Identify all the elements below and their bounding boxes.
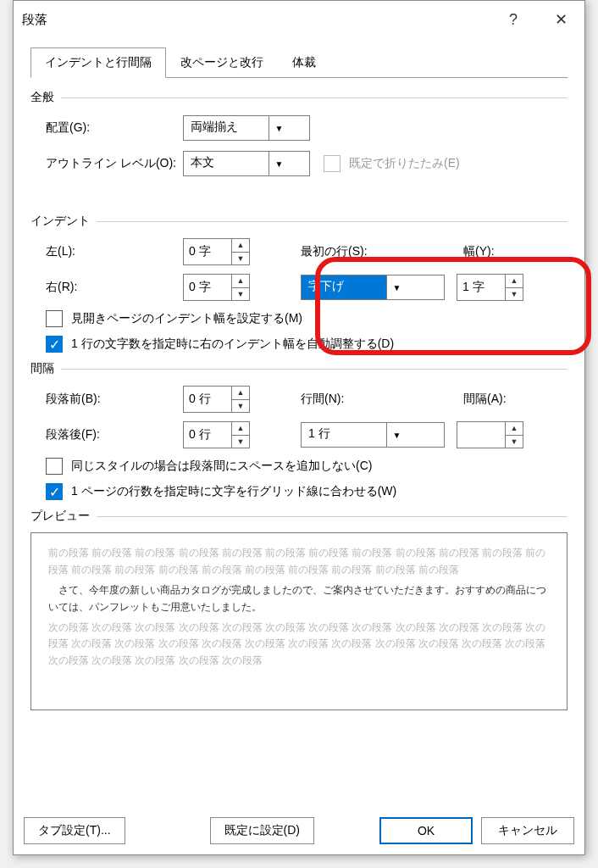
group-preview: プレビュー — [30, 509, 568, 524]
spin-down-icon[interactable]: ▼ — [232, 253, 249, 265]
group-spacing: 間隔 — [30, 361, 568, 376]
tab-strip: インデントと行間隔 改ページと改行 体裁 — [30, 47, 568, 78]
tab-indent-spacing[interactable]: インデントと行間隔 — [30, 47, 166, 78]
spin-up-icon[interactable]: ▲ — [506, 275, 523, 288]
titlebar: 段落 ? ✕ — [14, 1, 584, 38]
no-space-same-style-checkbox[interactable] — [46, 458, 63, 475]
after-input[interactable]: ▲▼ — [183, 421, 250, 448]
spin-down-icon[interactable]: ▼ — [506, 436, 523, 448]
chevron-down-icon: ▼ — [269, 116, 289, 140]
chevron-down-icon: ▼ — [386, 275, 407, 299]
group-indent: インデント — [30, 214, 568, 229]
tab-page-break[interactable]: 改ページと改行 — [166, 47, 278, 78]
close-button[interactable]: ✕ — [537, 1, 584, 38]
indent-left-label: 左(L): — [30, 244, 183, 259]
spin-down-icon[interactable]: ▼ — [232, 436, 249, 448]
mirror-indent-label: 見開きページのインデント幅を設定する(M) — [71, 311, 302, 326]
outline-level-select[interactable]: 本文 ▼ — [183, 151, 310, 176]
dialog-title: 段落 — [22, 12, 47, 28]
preview-before: 前の段落 前の段落 前の段落 前の段落 前の段落 前の段落 前の段落 前の段落 … — [48, 545, 550, 578]
tab-layout[interactable]: 体裁 — [278, 47, 330, 78]
ok-button[interactable]: OK — [379, 817, 473, 844]
snap-grid-label: 1 ページの行数を指定時に文字を行グリッド線に合わせる(W) — [71, 484, 396, 499]
auto-adjust-label: 1 行の文字数を指定時に右のインデント幅を自動調整する(D) — [71, 337, 394, 352]
preview-sample: さて、今年度の新しい商品カタログが完成しましたので、ご案内させていただきます。お… — [48, 581, 550, 616]
spin-up-icon[interactable]: ▲ — [506, 422, 523, 436]
no-space-same-style-label: 同じスタイルの場合は段落間にスペースを追加しない(C) — [71, 459, 372, 474]
indent-left-input[interactable]: ▲▼ — [183, 238, 250, 265]
spin-up-icon[interactable]: ▲ — [232, 387, 249, 400]
outline-level-label: アウトライン レベル(O): — [30, 156, 183, 171]
tabs-button[interactable]: タブ設定(T)... — [24, 817, 125, 844]
line-spacing-label: 行間(N): — [301, 392, 453, 407]
spin-down-icon[interactable]: ▼ — [506, 288, 523, 301]
preview-pane: 前の段落 前の段落 前の段落 前の段落 前の段落 前の段落 前の段落 前の段落 … — [30, 532, 568, 710]
indent-right-input[interactable]: ▲▼ — [183, 274, 250, 301]
mirror-indent-checkbox[interactable] — [46, 310, 63, 327]
collapsed-checkbox — [324, 155, 341, 172]
group-general: 全般 — [30, 90, 568, 105]
indent-right-label: 右(R): — [30, 280, 183, 295]
before-input[interactable]: ▲▼ — [183, 386, 250, 413]
alignment-label: 配置(G): — [30, 120, 183, 136]
firstline-label: 最初の行(S): — [301, 244, 453, 259]
paragraph-dialog: 段落 ? ✕ インデントと行間隔 改ページと改行 体裁 全般 配置(G): 両端… — [13, 0, 585, 855]
help-button[interactable]: ? — [490, 1, 537, 38]
line-spacing-select[interactable]: 1 行 ▼ — [301, 422, 445, 448]
at-input[interactable]: ▲▼ — [457, 421, 523, 448]
chevron-down-icon: ▼ — [386, 423, 407, 447]
indent-width-input[interactable]: ▲▼ — [457, 274, 523, 301]
spin-up-icon[interactable]: ▲ — [232, 422, 249, 436]
before-label: 段落前(B): — [30, 392, 183, 407]
firstline-select[interactable]: 字下げ ▼ — [301, 275, 445, 300]
spin-down-icon[interactable]: ▼ — [232, 288, 249, 301]
snap-grid-checkbox[interactable]: ✓ — [46, 483, 63, 500]
spin-up-icon[interactable]: ▲ — [232, 275, 249, 288]
alignment-select[interactable]: 両端揃え ▼ — [183, 115, 310, 141]
collapsed-label: 既定で折りたたみ(E) — [349, 156, 460, 171]
auto-adjust-checkbox[interactable]: ✓ — [46, 336, 63, 353]
set-default-button[interactable]: 既定に設定(D) — [210, 817, 314, 844]
after-label: 段落後(F): — [30, 427, 183, 442]
preview-after: 次の段落 次の段落 次の段落 次の段落 次の段落 次の段落 次の段落 次の段落 … — [48, 620, 550, 670]
width-label: 幅(Y): — [463, 244, 495, 259]
at-label: 間隔(A): — [463, 392, 507, 407]
chevron-down-icon: ▼ — [269, 152, 289, 175]
cancel-button[interactable]: キャンセル — [481, 817, 574, 844]
spin-down-icon[interactable]: ▼ — [232, 400, 249, 413]
spin-up-icon[interactable]: ▲ — [232, 239, 249, 253]
